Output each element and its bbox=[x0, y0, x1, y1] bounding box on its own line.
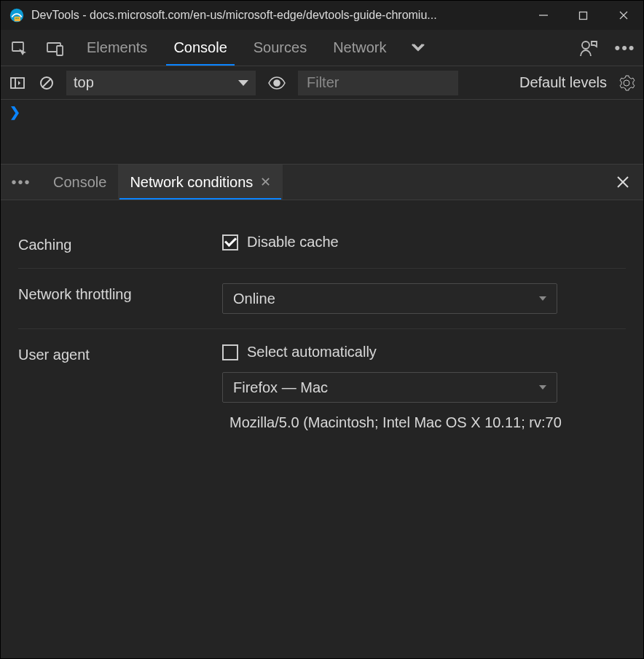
select-value: Online bbox=[233, 291, 275, 307]
svg-rect-2 bbox=[15, 17, 17, 19]
window-close-button[interactable] bbox=[603, 1, 643, 30]
svg-rect-8 bbox=[12, 42, 23, 51]
window-minimize-button[interactable] bbox=[523, 1, 563, 30]
context-selector[interactable]: top bbox=[66, 71, 256, 95]
svg-point-16 bbox=[274, 80, 280, 86]
throttling-select[interactable]: Online bbox=[222, 283, 557, 314]
device-toolbar-icon[interactable] bbox=[37, 30, 74, 66]
svg-rect-1 bbox=[15, 17, 20, 22]
console-toolbar: top Default levels bbox=[1, 66, 643, 100]
title-bar: DevTools - docs.microsoft.com/en-us/micr… bbox=[1, 1, 643, 30]
tab-network[interactable]: Network bbox=[320, 30, 399, 66]
user-agent-select[interactable]: Firefox — Mac bbox=[222, 372, 557, 403]
tab-label: Network bbox=[333, 39, 386, 56]
chevron-down-icon bbox=[539, 385, 546, 390]
caching-label: Caching bbox=[18, 234, 222, 253]
window-title: DevTools - docs.microsoft.com/en-us/micr… bbox=[31, 9, 523, 22]
main-tab-bar: Elements Console Sources Network ••• bbox=[1, 30, 643, 66]
tab-label: Elements bbox=[87, 39, 147, 56]
chevron-down-icon bbox=[539, 296, 546, 301]
svg-rect-10 bbox=[57, 46, 63, 55]
log-levels-selector[interactable]: Default levels bbox=[519, 74, 607, 91]
tab-label: Sources bbox=[254, 39, 307, 56]
customize-menu-icon[interactable]: ••• bbox=[607, 30, 643, 66]
feedback-icon[interactable] bbox=[570, 30, 607, 66]
tab-console[interactable]: Console bbox=[160, 30, 240, 66]
console-output[interactable]: ❯ bbox=[1, 100, 643, 164]
tab-label: Console bbox=[173, 39, 227, 56]
user-agent-row: User agent Select automatically Firefox … bbox=[18, 329, 626, 446]
drawer-more-icon[interactable]: ••• bbox=[1, 165, 42, 200]
network-conditions-panel: Caching Disable cache Network throttling… bbox=[1, 200, 643, 658]
checkbox-label: Select automatically bbox=[247, 344, 377, 360]
checkbox-icon bbox=[222, 344, 238, 360]
ua-auto-checkbox[interactable]: Select automatically bbox=[222, 344, 626, 360]
checkbox-icon bbox=[222, 234, 238, 250]
svg-point-11 bbox=[582, 42, 589, 49]
inspect-element-icon[interactable] bbox=[1, 30, 37, 66]
checkbox-label: Disable cache bbox=[247, 234, 339, 250]
drawer-tab-bar: ••• Console Network conditions ✕ bbox=[1, 164, 643, 200]
svg-rect-3 bbox=[17, 17, 19, 19]
window-maximize-button[interactable] bbox=[563, 1, 603, 30]
throttling-label: Network throttling bbox=[18, 283, 222, 303]
context-value: top bbox=[74, 74, 94, 91]
drawer-close-button[interactable] bbox=[602, 165, 643, 200]
toggle-sidebar-icon[interactable] bbox=[8, 74, 27, 92]
console-settings-icon[interactable] bbox=[617, 74, 636, 92]
more-tabs-icon[interactable] bbox=[400, 30, 436, 66]
devtools-window: DevTools - docs.microsoft.com/en-us/micr… bbox=[0, 0, 644, 659]
live-expression-icon[interactable] bbox=[266, 76, 288, 90]
console-prompt: ❯ bbox=[9, 105, 20, 119]
svg-line-15 bbox=[42, 79, 51, 87]
chevron-down-icon bbox=[238, 80, 248, 86]
select-value: Firefox — Mac bbox=[233, 379, 328, 396]
svg-rect-5 bbox=[580, 12, 587, 19]
tab-sources[interactable]: Sources bbox=[240, 30, 320, 66]
tab-label: Network conditions bbox=[130, 174, 253, 191]
drawer-tab-console[interactable]: Console bbox=[42, 165, 118, 200]
tab-elements[interactable]: Elements bbox=[74, 30, 160, 66]
throttling-row: Network throttling Online bbox=[18, 269, 626, 329]
svg-rect-12 bbox=[11, 78, 24, 88]
filter-input[interactable] bbox=[298, 71, 458, 95]
close-tab-icon[interactable]: ✕ bbox=[260, 174, 271, 190]
user-agent-string: Mozilla/5.0 (Macintosh; Intel Mac OS X 1… bbox=[222, 414, 626, 431]
caching-row: Caching Disable cache bbox=[18, 219, 626, 269]
disable-cache-checkbox[interactable]: Disable cache bbox=[222, 234, 626, 250]
clear-console-icon[interactable] bbox=[37, 74, 56, 92]
user-agent-label: User agent bbox=[18, 344, 222, 363]
tab-label: Console bbox=[53, 174, 106, 191]
devtools-app-icon bbox=[9, 8, 24, 23]
drawer-tab-network-conditions[interactable]: Network conditions ✕ bbox=[118, 165, 283, 200]
